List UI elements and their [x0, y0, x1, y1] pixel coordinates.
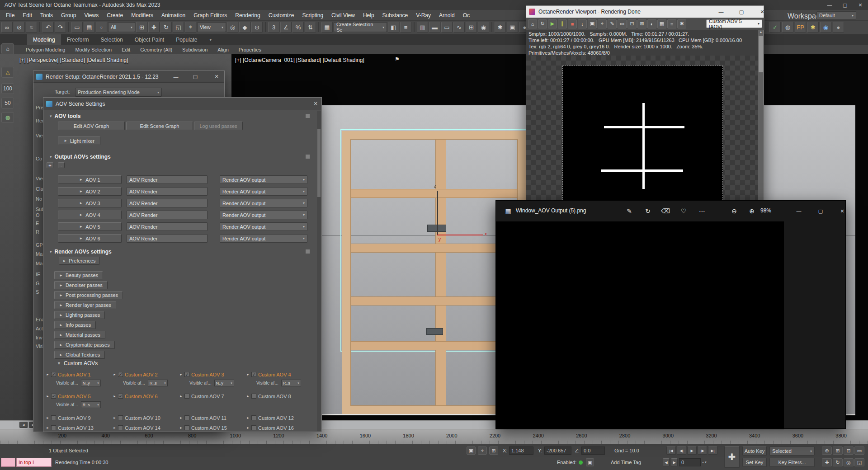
current-frame-field[interactable]: 0 [679, 458, 701, 466]
maxscript-listener[interactable]: In top-l [16, 458, 52, 467]
custom-aov-checkbox[interactable]: ✓ [184, 372, 189, 377]
bind-to-space-warp-icon[interactable]: ≈ [26, 22, 37, 33]
zoom-region-icon[interactable]: ▭ [854, 446, 864, 455]
edit-aov-graph-button[interactable]: Edit AOV Graph [58, 122, 125, 130]
aov-name-field[interactable]: AOV Render [127, 234, 208, 243]
expander-icon[interactable]: ► [113, 426, 116, 429]
light-lister-icon[interactable]: ✱ [807, 22, 819, 33]
add-aov-button[interactable]: + [47, 162, 53, 168]
custom-aov-checkbox[interactable] [184, 394, 189, 399]
percent-snap-icon[interactable]: % [292, 22, 304, 33]
gizmo-x-axis[interactable] [437, 235, 483, 235]
value-50-button[interactable]: 50 [1, 98, 14, 108]
zoom-in-icon[interactable]: ⊕ [745, 205, 759, 217]
mirror-icon[interactable]: ◧ [388, 22, 399, 33]
aov-name-field[interactable]: AOV Render [127, 187, 208, 196]
menu-edit[interactable]: Edit [19, 10, 36, 21]
ribbon-panel-edit[interactable]: Edit [117, 45, 135, 54]
add-time-tag[interactable]: Add Time Tag [611, 460, 641, 465]
aov-row-button[interactable]: ►AOV 4 [58, 211, 122, 219]
material-editor-icon[interactable]: ◉ [478, 22, 489, 33]
value-100-button[interactable]: 100 [1, 83, 14, 94]
ribbon-tab-object-paint[interactable]: Object Paint [129, 34, 170, 45]
named-selection-dropdown[interactable]: Create Selection Se▾ [334, 22, 387, 32]
expander-icon[interactable]: ► [46, 373, 49, 376]
custom-aov-checkbox[interactable] [251, 415, 256, 420]
expander-icon[interactable]: ► [179, 416, 183, 419]
window-crossing-toggle-icon[interactable]: ⊞ [136, 22, 147, 33]
see-all-icon[interactable]: ▦ [501, 205, 515, 217]
field-of-view-icon[interactable]: ◎ [844, 458, 854, 466]
z-coord-field[interactable]: 0.0 [581, 446, 605, 455]
gpu-render-icon[interactable]: ● [833, 22, 844, 33]
aov-row-button[interactable]: ►AOV 1 [58, 175, 122, 184]
custom-aov-checkbox[interactable]: ✓ [51, 394, 56, 399]
octane-maximize-button[interactable]: ▢ [734, 6, 749, 18]
ribbon-panel-polygon-modeling[interactable]: Polygon Modeling [21, 45, 70, 54]
perspective-viewport-label[interactable]: [+] [Perspective] [Standard] [Default Sh… [19, 57, 128, 63]
angle-snap-icon[interactable]: ∠ [280, 22, 292, 33]
render-setup-titlebar[interactable]: Render Setup: OctaneRender 2021.1.5 - 12… [33, 71, 224, 83]
teapot-icon[interactable]: ◍ [1, 112, 14, 123]
expander-icon[interactable]: ► [179, 373, 183, 376]
custom-aov-item[interactable]: ►Custom AOV 7 [179, 392, 245, 400]
app-minimize-button[interactable]: — [822, 2, 837, 8]
expander-icon[interactable]: ► [46, 395, 49, 398]
octane-play-icon[interactable]: ▶ [548, 19, 557, 28]
rendered-frame-window-icon[interactable]: ▣ [507, 22, 518, 33]
x-coord-field[interactable]: 1.148 [509, 446, 533, 455]
select-by-name-icon[interactable]: ▤ [84, 22, 95, 33]
key-filter-dropdown[interactable]: Selected ▾ [769, 446, 815, 456]
custom-aovs-header[interactable]: ▼ Custom AOVs [57, 360, 98, 367]
orbit-icon[interactable]: ↻ [833, 458, 843, 466]
section-render-aovs[interactable]: ▾ Render AOVs settings [50, 249, 112, 255]
pass-button-lighting-passes[interactable]: ►Lighting passes [54, 311, 105, 319]
menu-arnold[interactable]: Arnold [435, 10, 459, 21]
pass-button-post-processing-passes[interactable]: ►Post processing passes [54, 291, 123, 299]
pass-button-material-passes[interactable]: ►Material passes [54, 331, 105, 339]
camera-icon[interactable]: ▣ [586, 458, 594, 466]
octane-refresh-icon[interactable]: ↻ [538, 19, 547, 28]
log-used-passes-button[interactable]: Log used passes [194, 122, 243, 130]
octane-pick-material-icon[interactable]: ✎ [608, 19, 617, 28]
custom-aov-checkbox[interactable]: ✓ [251, 372, 256, 377]
zoom-out-icon[interactable]: ⊖ [727, 205, 741, 217]
render-check-icon[interactable]: ✓ [769, 22, 781, 33]
octane-save-image-icon[interactable]: ↓ [578, 19, 587, 28]
expander-icon[interactable]: ► [113, 395, 116, 398]
edit-scene-graph-button[interactable]: Edit Scene Graph [126, 122, 193, 130]
custom-aov-item[interactable]: ►Custom AOV 8 [246, 392, 312, 400]
octane-scrollbar[interactable]: ▲ [758, 30, 764, 205]
custom-aov-checkbox[interactable]: ✓ [118, 372, 123, 377]
ribbon-toggle-icon[interactable]: ▭ [441, 22, 453, 33]
preferences-button[interactable]: ► Preferences [59, 257, 99, 265]
aov-row-button[interactable]: ►AOV 2 [58, 187, 122, 196]
custom-aov-item[interactable]: ►Custom AOV 10 [113, 414, 179, 422]
fp-badge-icon[interactable]: FP [795, 22, 806, 33]
menu-file[interactable]: File [2, 10, 19, 21]
align-icon[interactable]: ≡ [400, 22, 411, 33]
menu-substance[interactable]: Substance [378, 10, 412, 21]
custom-aov-checkbox[interactable] [118, 415, 123, 420]
zoom-all-icon[interactable]: ⊞ [833, 446, 843, 455]
menu-group[interactable]: Group [57, 10, 80, 21]
viewer-maximize-button[interactable]: ▢ [811, 201, 830, 221]
custom-aov-checkbox[interactable] [251, 394, 256, 399]
aov-output-dropdown[interactable]: Render AOV output▾ [220, 199, 307, 207]
expander-icon[interactable]: ► [46, 426, 49, 429]
octane-copy-icon[interactable]: ▣ [588, 19, 597, 28]
custom-aov-item[interactable]: ►Custom AOV 12 [246, 414, 312, 422]
expander-icon[interactable]: ► [179, 426, 183, 429]
rotate-icon[interactable]: ↻ [641, 205, 655, 217]
octane-pause-icon[interactable]: ∥ [558, 19, 567, 28]
select-and-manipulate-icon[interactable]: ◆ [239, 22, 250, 33]
pass-button-global-textures[interactable]: ►Global Textures [54, 351, 105, 359]
octane-subsample-icon[interactable]: ▦ [657, 19, 666, 28]
aov-name-field[interactable]: AOV Render [127, 175, 208, 184]
custom-aov-item[interactable]: ►Custom AOV 14 [113, 424, 179, 432]
octane-zoom-fit-icon[interactable]: ⊡ [627, 19, 637, 28]
menu-customize[interactable]: Customize [264, 10, 298, 21]
undo-icon[interactable]: ↶ [42, 22, 54, 33]
aov-row-button[interactable]: ►AOV 6 [58, 234, 122, 243]
set-key-button[interactable]: Set Key [742, 458, 767, 467]
